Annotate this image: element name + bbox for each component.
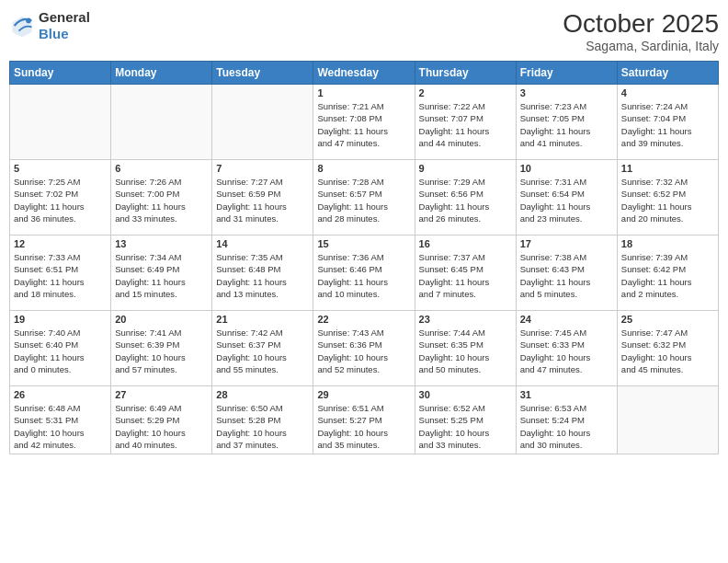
calendar-week-row: 12Sunrise: 7:33 AM Sunset: 6:51 PM Dayli…	[10, 236, 719, 311]
table-row: 29Sunrise: 6:51 AM Sunset: 5:27 PM Dayli…	[313, 386, 415, 454]
table-row: 1Sunrise: 7:21 AM Sunset: 7:08 PM Daylig…	[313, 85, 415, 160]
col-saturday: Saturday	[617, 62, 718, 85]
day-number: 10	[520, 163, 613, 174]
day-number: 29	[317, 389, 410, 400]
day-number: 22	[317, 314, 410, 325]
calendar-week-row: 26Sunrise: 6:48 AM Sunset: 5:31 PM Dayli…	[10, 386, 719, 454]
day-number: 12	[14, 238, 107, 249]
day-info: Sunrise: 7:38 AM Sunset: 6:43 PM Dayligh…	[520, 251, 613, 300]
table-row	[111, 85, 212, 160]
day-info: Sunrise: 7:34 AM Sunset: 6:49 PM Dayligh…	[115, 251, 208, 300]
day-info: Sunrise: 7:40 AM Sunset: 6:40 PM Dayligh…	[14, 327, 107, 375]
day-info: Sunrise: 7:32 AM Sunset: 6:52 PM Dayligh…	[621, 176, 714, 224]
day-number: 30	[419, 389, 512, 400]
table-row: 25Sunrise: 7:47 AM Sunset: 6:32 PM Dayli…	[617, 311, 718, 386]
page: General Blue October 2025 Sagama, Sardin…	[0, 0, 728, 563]
col-monday: Monday	[111, 62, 212, 85]
table-row: 2Sunrise: 7:22 AM Sunset: 7:07 PM Daylig…	[415, 85, 516, 160]
col-tuesday: Tuesday	[212, 62, 313, 85]
table-row: 18Sunrise: 7:39 AM Sunset: 6:42 PM Dayli…	[617, 236, 718, 311]
table-row: 22Sunrise: 7:43 AM Sunset: 6:36 PM Dayli…	[313, 311, 415, 386]
day-info: Sunrise: 6:51 AM Sunset: 5:27 PM Dayligh…	[317, 402, 410, 451]
day-info: Sunrise: 7:44 AM Sunset: 6:35 PM Dayligh…	[419, 327, 512, 375]
table-row: 26Sunrise: 6:48 AM Sunset: 5:31 PM Dayli…	[10, 386, 111, 454]
day-number: 27	[115, 389, 208, 400]
day-info: Sunrise: 7:43 AM Sunset: 6:36 PM Dayligh…	[317, 327, 410, 375]
day-number: 7	[216, 163, 309, 174]
day-number: 14	[216, 238, 309, 249]
day-info: Sunrise: 6:53 AM Sunset: 5:24 PM Dayligh…	[520, 402, 613, 451]
day-info: Sunrise: 6:50 AM Sunset: 5:28 PM Dayligh…	[216, 402, 309, 451]
day-info: Sunrise: 7:26 AM Sunset: 7:00 PM Dayligh…	[115, 176, 208, 224]
day-number: 20	[115, 314, 208, 325]
day-number: 16	[419, 238, 512, 249]
col-friday: Friday	[516, 62, 617, 85]
day-info: Sunrise: 7:33 AM Sunset: 6:51 PM Dayligh…	[14, 251, 107, 300]
table-row: 14Sunrise: 7:35 AM Sunset: 6:48 PM Dayli…	[212, 236, 313, 311]
day-info: Sunrise: 7:45 AM Sunset: 6:33 PM Dayligh…	[520, 327, 613, 375]
day-info: Sunrise: 7:35 AM Sunset: 6:48 PM Dayligh…	[216, 251, 309, 300]
day-number: 3	[520, 87, 613, 98]
table-row: 23Sunrise: 7:44 AM Sunset: 6:35 PM Dayli…	[415, 311, 516, 386]
day-number: 17	[520, 238, 613, 249]
table-row: 11Sunrise: 7:32 AM Sunset: 6:52 PM Dayli…	[617, 160, 718, 236]
table-row: 28Sunrise: 6:50 AM Sunset: 5:28 PM Dayli…	[212, 386, 313, 454]
table-row: 31Sunrise: 6:53 AM Sunset: 5:24 PM Dayli…	[516, 386, 617, 454]
day-info: Sunrise: 7:28 AM Sunset: 6:57 PM Dayligh…	[317, 176, 410, 224]
day-number: 15	[317, 238, 410, 249]
day-info: Sunrise: 7:25 AM Sunset: 7:02 PM Dayligh…	[14, 176, 107, 224]
day-number: 19	[14, 314, 107, 325]
day-info: Sunrise: 7:21 AM Sunset: 7:08 PM Dayligh…	[317, 100, 410, 149]
day-number: 1	[317, 87, 410, 98]
day-number: 26	[14, 389, 107, 400]
table-row: 17Sunrise: 7:38 AM Sunset: 6:43 PM Dayli…	[516, 236, 617, 311]
table-row: 8Sunrise: 7:28 AM Sunset: 6:57 PM Daylig…	[313, 160, 415, 236]
table-row: 3Sunrise: 7:23 AM Sunset: 7:05 PM Daylig…	[516, 85, 617, 160]
day-number: 2	[419, 87, 512, 98]
day-number: 25	[621, 314, 714, 325]
day-number: 8	[317, 163, 410, 174]
table-row: 27Sunrise: 6:49 AM Sunset: 5:29 PM Dayli…	[111, 386, 212, 454]
day-number: 24	[520, 314, 613, 325]
day-info: Sunrise: 7:27 AM Sunset: 6:59 PM Dayligh…	[216, 176, 309, 224]
day-number: 21	[216, 314, 309, 325]
day-info: Sunrise: 7:31 AM Sunset: 6:54 PM Dayligh…	[520, 176, 613, 224]
table-row	[212, 85, 313, 160]
logo-general: General	[39, 9, 90, 25]
col-wednesday: Wednesday	[313, 62, 415, 85]
day-info: Sunrise: 7:42 AM Sunset: 6:37 PM Dayligh…	[216, 327, 309, 375]
month-title: October 2025	[563, 9, 719, 39]
table-row: 24Sunrise: 7:45 AM Sunset: 6:33 PM Dayli…	[516, 311, 617, 386]
table-row: 21Sunrise: 7:42 AM Sunset: 6:37 PM Dayli…	[212, 311, 313, 386]
day-info: Sunrise: 7:37 AM Sunset: 6:45 PM Dayligh…	[419, 251, 512, 300]
calendar-week-row: 19Sunrise: 7:40 AM Sunset: 6:40 PM Dayli…	[10, 311, 719, 386]
day-info: Sunrise: 7:23 AM Sunset: 7:05 PM Dayligh…	[520, 100, 613, 149]
day-number: 11	[621, 163, 714, 174]
table-row: 16Sunrise: 7:37 AM Sunset: 6:45 PM Dayli…	[415, 236, 516, 311]
table-row: 9Sunrise: 7:29 AM Sunset: 6:56 PM Daylig…	[415, 160, 516, 236]
day-info: Sunrise: 6:48 AM Sunset: 5:31 PM Dayligh…	[14, 402, 107, 451]
day-info: Sunrise: 7:47 AM Sunset: 6:32 PM Dayligh…	[621, 327, 714, 375]
header: General Blue October 2025 Sagama, Sardin…	[9, 9, 719, 53]
title-block: October 2025 Sagama, Sardinia, Italy	[563, 9, 719, 53]
day-info: Sunrise: 6:52 AM Sunset: 5:25 PM Dayligh…	[419, 402, 512, 451]
calendar-week-row: 1Sunrise: 7:21 AM Sunset: 7:08 PM Daylig…	[10, 85, 719, 160]
day-info: Sunrise: 6:49 AM Sunset: 5:29 PM Dayligh…	[115, 402, 208, 451]
table-row: 5Sunrise: 7:25 AM Sunset: 7:02 PM Daylig…	[10, 160, 111, 236]
logo-icon	[9, 13, 35, 39]
table-row: 20Sunrise: 7:41 AM Sunset: 6:39 PM Dayli…	[111, 311, 212, 386]
table-row: 19Sunrise: 7:40 AM Sunset: 6:40 PM Dayli…	[10, 311, 111, 386]
location-subtitle: Sagama, Sardinia, Italy	[563, 39, 719, 53]
svg-point-1	[26, 18, 31, 24]
logo: General Blue	[9, 9, 90, 42]
day-info: Sunrise: 7:24 AM Sunset: 7:04 PM Dayligh…	[621, 100, 714, 149]
col-thursday: Thursday	[415, 62, 516, 85]
table-row: 4Sunrise: 7:24 AM Sunset: 7:04 PM Daylig…	[617, 85, 718, 160]
col-sunday: Sunday	[10, 62, 111, 85]
day-number: 5	[14, 163, 107, 174]
table-row: 15Sunrise: 7:36 AM Sunset: 6:46 PM Dayli…	[313, 236, 415, 311]
table-row: 10Sunrise: 7:31 AM Sunset: 6:54 PM Dayli…	[516, 160, 617, 236]
day-number: 4	[621, 87, 714, 98]
calendar-week-row: 5Sunrise: 7:25 AM Sunset: 7:02 PM Daylig…	[10, 160, 719, 236]
table-row: 6Sunrise: 7:26 AM Sunset: 7:00 PM Daylig…	[111, 160, 212, 236]
